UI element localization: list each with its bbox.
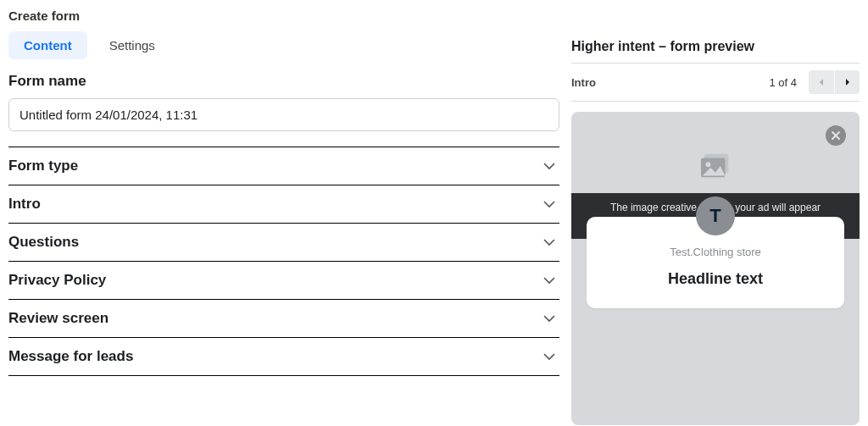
section-message[interactable]: Message for leads — [8, 338, 559, 376]
preview-step-label: Intro — [571, 76, 596, 89]
page-title: Create form — [8, 8, 559, 31]
preview-card: T Test.Clothing store Headline text — [587, 217, 844, 308]
preview-header: Intro 1 of 4 — [571, 63, 860, 102]
section-title: Review screen — [8, 310, 108, 327]
section-privacy[interactable]: Privacy Policy — [8, 262, 559, 300]
section-title: Intro — [8, 196, 41, 213]
form-editor-panel: Create form Content Settings Form name F… — [0, 0, 571, 426]
section-title: Form type — [8, 158, 78, 174]
chevron-down-icon — [542, 350, 556, 363]
section-title: Questions — [8, 234, 79, 251]
image-icon — [699, 152, 732, 181]
avatar: T — [696, 196, 735, 235]
chevron-down-icon — [542, 235, 556, 249]
svg-point-2 — [706, 162, 711, 167]
chevron-down-icon — [542, 312, 556, 325]
tab-settings[interactable]: Settings — [94, 31, 170, 59]
chevron-down-icon — [542, 197, 556, 211]
section-questions[interactable]: Questions — [8, 224, 559, 262]
next-button[interactable] — [834, 70, 860, 94]
caret-right-icon — [843, 78, 852, 86]
form-name-input[interactable] — [8, 98, 559, 131]
tab-content[interactable]: Content — [8, 31, 87, 59]
preview-panel: Higher intent – form preview Intro 1 of … — [571, 0, 868, 426]
section-title: Message for leads — [8, 348, 133, 365]
close-preview-button[interactable] — [826, 125, 846, 146]
preview-title: Higher intent – form preview — [571, 39, 860, 63]
close-icon — [831, 130, 841, 141]
store-name: Test.Clothing store — [595, 246, 836, 258]
image-placeholder — [581, 152, 849, 181]
step-counter: 1 of 4 — [769, 76, 797, 89]
chevron-down-icon — [542, 274, 556, 287]
section-review[interactable]: Review screen — [8, 300, 559, 338]
headline-text: Headline text — [595, 270, 836, 288]
prev-button[interactable] — [809, 70, 834, 94]
nav-button-group — [809, 70, 860, 94]
sections-accordion: Form type Intro Questions Privacy Policy… — [8, 147, 559, 376]
preview-controls: 1 of 4 — [769, 70, 860, 94]
caret-left-icon — [817, 78, 826, 86]
chevron-down-icon — [542, 159, 556, 173]
tabs: Content Settings — [8, 31, 559, 59]
section-title: Privacy Policy — [8, 272, 106, 289]
preview-canvas: The image creative used in your ad will … — [571, 112, 860, 425]
section-intro[interactable]: Intro — [8, 185, 559, 224]
form-name-label: Form name — [8, 73, 559, 90]
section-form-type[interactable]: Form type — [8, 147, 559, 185]
